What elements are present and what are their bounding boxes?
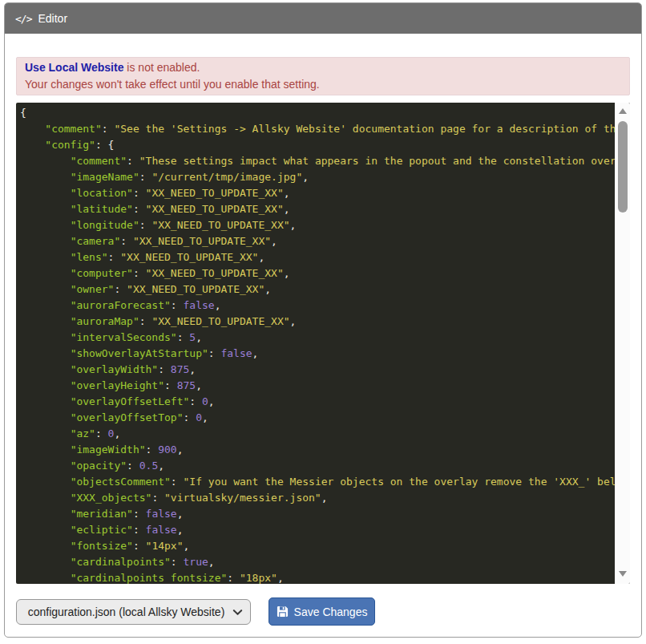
editor-panel-header: </> Editor	[5, 3, 641, 34]
code-line: "overlayOffsetTop": 0,	[20, 410, 615, 426]
scrollbar-thumb[interactable]	[618, 121, 628, 213]
code-line: "overlayOffsetLeft": 0,	[20, 394, 615, 410]
code-line: "fontsize": "14px",	[20, 538, 615, 554]
editor-panel: </> Editor Use Local Website is not enab…	[4, 2, 642, 638]
warning-alert: Use Local Website is not enabled. Your c…	[16, 57, 630, 95]
code-line: "comment": "These settings impact what a…	[20, 153, 615, 169]
code-line: "camera": "XX_NEED_TO_UPDATE_XX",	[20, 233, 615, 249]
code-line: "opacity": 0.5,	[20, 458, 615, 474]
code-line: "auroraMap": "XX_NEED_TO_UPDATE_XX",	[20, 314, 615, 330]
chevron-down-icon	[232, 607, 243, 618]
save-icon	[277, 606, 289, 618]
file-select-value: configuration.json (local Allsky Website…	[28, 606, 225, 618]
code-line: "cardinalpoints": true,	[20, 554, 615, 570]
save-changes-button[interactable]: Save Changes	[268, 597, 375, 626]
save-button-label: Save Changes	[294, 606, 368, 618]
code-icon: </>	[15, 13, 31, 25]
code-line: "objectsComment": "If you want the Messi…	[20, 474, 615, 490]
editor-vertical-scrollbar[interactable]	[615, 103, 630, 584]
code-line: "config": {	[20, 137, 615, 153]
alert-line1-text: is not enabled.	[123, 61, 200, 74]
code-line: "XXX_objects": "virtualsky/messier.json"…	[20, 490, 615, 506]
code-line: "cardinalpoints fontsize": "18px",	[20, 570, 615, 584]
code-line: "longitude": "XX_NEED_TO_UPDATE_XX",	[20, 217, 615, 233]
code-editor: { "comment": "See the 'Settings -> Allsk…	[16, 103, 630, 584]
file-select[interactable]: configuration.json (local Allsky Website…	[16, 599, 251, 625]
code-content[interactable]: { "comment": "See the 'Settings -> Allsk…	[16, 103, 615, 584]
code-line: "lens": "XX_NEED_TO_UPDATE_XX",	[20, 249, 615, 265]
code-line: "ecliptic": false,	[20, 522, 615, 538]
panel-title: Editor	[38, 12, 67, 25]
code-line: "overlayHeight": 875,	[20, 378, 615, 394]
use-local-website-link[interactable]: Use Local Website	[25, 61, 123, 74]
code-line: "overlayWidth": 875,	[20, 362, 615, 378]
alert-line1: Use Local Website is not enabled.	[25, 59, 621, 76]
code-line: "imageName": "/current/tmp/image.jpg",	[20, 169, 615, 185]
code-line: "location": "XX_NEED_TO_UPDATE_XX",	[20, 185, 615, 201]
editor-panel-body: Use Local Website is not enabled. Your c…	[5, 34, 641, 626]
code-line: "auroraForecast": false,	[20, 298, 615, 314]
code-line: "owner": "XX_NEED_TO_UPDATE_XX",	[20, 281, 615, 298]
code-line: "computer": "XX_NEED_TO_UPDATE_XX",	[20, 265, 615, 281]
editor-footer: configuration.json (local Allsky Website…	[16, 597, 630, 626]
code-line: "az": 0,	[20, 426, 615, 442]
code-line: {	[20, 105, 615, 121]
triangle-down-icon[interactable]	[619, 571, 627, 577]
alert-line2: Your changes won't take effect until you…	[25, 76, 621, 93]
code-line: "latitude": "XX_NEED_TO_UPDATE_XX",	[20, 201, 615, 217]
triangle-up-icon[interactable]	[619, 108, 627, 114]
code-line: "showOverlayAtStartup": false,	[20, 346, 615, 362]
code-line: "meridian": false,	[20, 506, 615, 522]
code-line: "imageWidth": 900,	[20, 442, 615, 458]
code-line: "intervalSeconds": 5,	[20, 330, 615, 346]
code-line: "comment": "See the 'Settings -> Allsky …	[20, 121, 615, 137]
